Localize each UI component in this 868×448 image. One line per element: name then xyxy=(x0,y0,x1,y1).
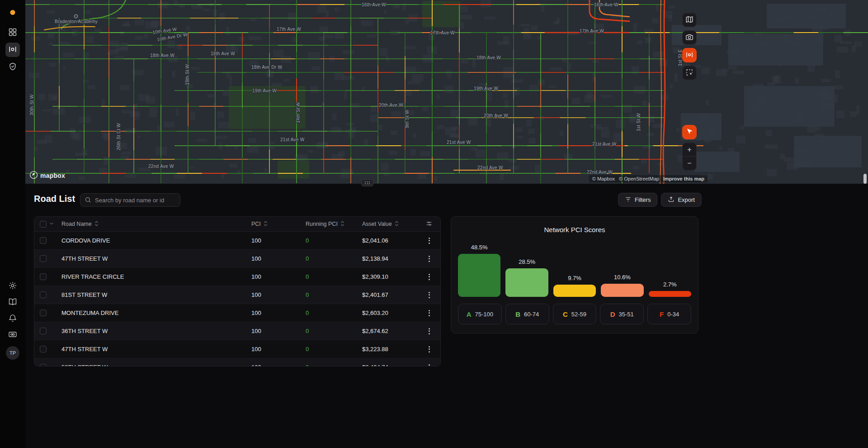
select-all-checkbox[interactable] xyxy=(40,221,47,228)
grade-range: 0-34 xyxy=(667,311,679,318)
map-canvas[interactable]: Bradenton Academy16th Ave W16th Ave W10t… xyxy=(25,0,868,184)
map-box-select-button[interactable] xyxy=(682,66,697,80)
row-checkbox[interactable] xyxy=(40,310,47,316)
zoom-control: + − xyxy=(682,143,697,171)
panel-resize-handle[interactable] xyxy=(361,179,373,186)
legend-pill-c[interactable]: C52-59 xyxy=(553,304,597,324)
pci-cell: 100 xyxy=(246,328,300,334)
pci-bars: 48.5%28.5%9.7%10.6%2.7% xyxy=(451,237,698,297)
row-checkbox[interactable] xyxy=(40,346,47,353)
column-settings-icon[interactable] xyxy=(425,220,433,229)
row-menu-icon[interactable] xyxy=(426,290,432,300)
grade-letter: F xyxy=(660,310,664,318)
bulk-select-chevron-icon[interactable] xyxy=(49,221,54,228)
map-screenshot-button[interactable] xyxy=(682,30,697,45)
column-header-road-name[interactable]: Road Name xyxy=(56,220,246,228)
grade-letter: C xyxy=(563,310,568,318)
row-checkbox[interactable] xyxy=(40,237,47,244)
mapbox-logo[interactable]: mapbox xyxy=(29,171,65,181)
table-row[interactable]: 36TH STREET W1000$2,674.62 xyxy=(34,322,440,340)
row-checkbox[interactable] xyxy=(40,273,47,280)
page-scrollbar-thumb[interactable] xyxy=(863,174,867,184)
table-row[interactable]: 47TH STREET W1000$2,138.94 xyxy=(34,250,440,268)
page-title: Road List xyxy=(34,194,75,204)
row-menu-icon[interactable] xyxy=(426,362,432,367)
pci-bar-d xyxy=(601,284,643,297)
map-zoom-stack: + − xyxy=(682,125,697,171)
table-row[interactable]: 50TH STREET W1000$3,404.74 xyxy=(34,358,440,367)
legend-pill-d[interactable]: D35-51 xyxy=(600,304,644,324)
attribution-mapbox-link[interactable]: © Mapbox xyxy=(592,176,615,181)
table-row[interactable]: MONTEZUMA DRIVE1000$2,603.20 xyxy=(34,304,440,322)
sidebar-item-dashboard[interactable] xyxy=(5,25,20,40)
row-checkbox[interactable] xyxy=(40,291,47,298)
row-menu-icon[interactable] xyxy=(426,326,432,337)
export-icon xyxy=(668,196,675,204)
table-row[interactable]: 81ST STREET W1000$2,401.67 xyxy=(34,286,440,304)
table-row[interactable]: RIVER TRACE CIRCLE1000$2,309.10 xyxy=(34,268,440,286)
improve-map-link[interactable]: Improve this map xyxy=(663,176,704,181)
road-name-cell: 47TH STREET W xyxy=(56,346,246,353)
road-metrics-icon xyxy=(685,51,693,60)
row-checkbox[interactable] xyxy=(40,328,47,334)
asset-value-cell: $2,603.20 xyxy=(357,310,417,316)
row-checkbox[interactable] xyxy=(40,364,47,367)
asset-value-cell: $2,138.94 xyxy=(357,255,417,262)
road-name-cell: 36TH STREET W xyxy=(56,328,246,334)
pci-legend: A75-100B60-74C52-59D35-51F0-34 xyxy=(451,304,698,324)
road-name-cell: CORDOVA DRIVE xyxy=(56,237,246,244)
attribution-osm-link[interactable]: © OpenStreetMap xyxy=(619,176,659,181)
map-pointer-button[interactable] xyxy=(682,125,697,139)
sidebar: TP xyxy=(0,0,25,448)
legend-pill-f[interactable]: F0-34 xyxy=(647,304,691,324)
asset-value-cell: $3,223.88 xyxy=(357,346,417,353)
sidebar-bottom: TP xyxy=(0,279,25,360)
sidebar-item-roads[interactable] xyxy=(5,43,20,57)
docs-button[interactable] xyxy=(5,295,20,310)
grade-range: 60-74 xyxy=(524,311,539,318)
user-avatar[interactable]: TP xyxy=(6,346,19,360)
table-row[interactable]: CORDOVA DRIVE1000$2,041.06 xyxy=(34,232,440,250)
column-header-running-pci[interactable]: Running PCI xyxy=(300,220,357,228)
zoom-out-button[interactable]: − xyxy=(683,157,696,170)
grade-letter: B xyxy=(515,310,520,318)
row-menu-icon[interactable] xyxy=(426,308,432,319)
notifications-button[interactable] xyxy=(5,311,20,326)
pci-cell: 100 xyxy=(246,237,300,244)
billing-button[interactable] xyxy=(5,328,20,342)
road-name-cell: RIVER TRACE CIRCLE xyxy=(56,273,246,280)
settings-button[interactable] xyxy=(5,279,20,293)
running-pci-cell: 0 xyxy=(300,310,357,316)
pci-cell: 100 xyxy=(246,273,300,280)
sidebar-item-quality[interactable] xyxy=(5,60,20,74)
row-menu-icon[interactable] xyxy=(426,253,432,264)
search-input[interactable] xyxy=(80,193,180,207)
row-menu-icon[interactable] xyxy=(426,235,432,246)
column-header-pci[interactable]: PCI xyxy=(246,220,300,228)
pci-bar-f xyxy=(649,291,691,297)
asset-value-cell: $2,041.06 xyxy=(357,237,417,244)
road-name-cell: 47TH STREET W xyxy=(56,255,246,262)
map-layers-button[interactable] xyxy=(682,13,697,27)
grade-letter: A xyxy=(467,310,472,318)
zoom-in-button[interactable]: + xyxy=(683,143,696,157)
export-button[interactable]: Export xyxy=(661,193,702,207)
running-pci-cell: 0 xyxy=(300,364,357,367)
legend-pill-a[interactable]: A75-100 xyxy=(458,304,502,324)
grade-range: 35-51 xyxy=(619,311,634,318)
road-table[interactable]: Road Name PCI Running PCI Asset Value C xyxy=(34,216,441,367)
row-checkbox[interactable] xyxy=(40,255,47,262)
row-menu-icon[interactable] xyxy=(426,344,432,355)
filters-button[interactable]: Filters xyxy=(618,193,657,207)
row-menu-icon[interactable] xyxy=(426,272,432,282)
sort-icon xyxy=(264,220,268,228)
bar-value-label: 48.5% xyxy=(471,244,488,251)
table-row[interactable]: 47TH STREET W1000$3,223.88 xyxy=(34,340,440,358)
column-header-asset-value[interactable]: Asset Value xyxy=(357,220,417,228)
pci-bar-group: 9.7% xyxy=(553,275,596,297)
pointer-icon xyxy=(686,128,693,137)
legend-pill-b[interactable]: B60-74 xyxy=(505,304,549,324)
map-svg[interactable]: Bradenton Academy16th Ave W16th Ave W10t… xyxy=(25,0,868,184)
running-pci-cell: 0 xyxy=(300,273,357,280)
map-roads-layer-button[interactable] xyxy=(682,48,697,62)
